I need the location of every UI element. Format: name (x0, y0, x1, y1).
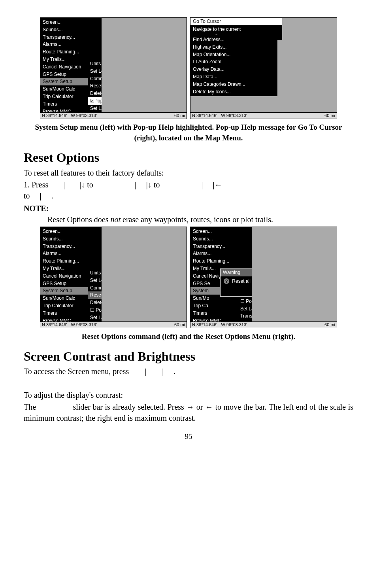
menu-item: Sounds... (40, 26, 102, 34)
step-press: 1. Press (24, 180, 48, 189)
fig2-right-screenshot: Screen... Sounds... Transparency... Alar… (190, 227, 337, 328)
menu-item: Transparency... (40, 243, 102, 250)
map-background (102, 227, 187, 328)
status-lon: W 96°03.313' (221, 322, 247, 328)
status-scale: 60 mi (174, 113, 185, 119)
note-block: NOTE: Reset Options does not erase any w… (24, 203, 353, 225)
step-to: to (87, 180, 93, 189)
menu-item: Transparency... (40, 34, 102, 41)
menu-item: ☐ Auto Zoom (190, 58, 277, 66)
menu-item: Alarms... (40, 41, 102, 48)
step-to: to (154, 180, 160, 189)
fig1-left-screenshot: Screen... Sounds... Transparency... Alar… (40, 17, 187, 119)
status-lon: W 96°03.313' (71, 322, 97, 328)
menu-item: Alarms... (190, 250, 252, 257)
status-lat: N 36°14.646' (192, 113, 217, 119)
figure-1-caption: System Setup menu (left) with Pop-up Hel… (24, 122, 353, 143)
status-bar: N 36°14.646' W 96°03.313' 60 mi (40, 321, 187, 328)
menu-item: Route Planning... (40, 257, 102, 265)
screen-para: The slider bar is already selected. Pres… (24, 401, 353, 424)
tooltip-title: Go To Cursor (190, 18, 282, 25)
menu-item: Screen... (40, 19, 102, 26)
screen-line1: To access the Screen menu, press | | . (24, 366, 353, 377)
status-lon: W 96°03.313' (221, 113, 247, 119)
menu-item: Sounds... (40, 235, 102, 243)
status-scale: 60 mi (324, 322, 335, 328)
note-body: Reset Options does not erase any waypoin… (47, 214, 353, 225)
reset-step: 1. Press | |↓ to | |↓ to | |← to | . (24, 179, 353, 201)
status-lat: N 36°14.646' (42, 322, 67, 328)
fig1-right-screenshot: Go To Cursor Navigate to the current cur… (190, 17, 337, 119)
menu-item: Transparency... (190, 243, 252, 250)
menu-item: Screen... (40, 228, 102, 235)
status-scale: 60 mi (324, 113, 335, 119)
menu-item: Highway Exits... (190, 43, 277, 51)
menu-item: Find Address... (190, 36, 277, 43)
status-bar: N 36°14.646' W 96°03.313' 60 mi (190, 321, 337, 328)
tooltip-line: Navigate to the current (193, 26, 280, 33)
step-to: to (24, 191, 30, 200)
menu-item: Sounds... (190, 235, 252, 243)
heading-screen-contrast: Screen Contrast and Brightness (24, 348, 353, 365)
map-background (252, 227, 337, 328)
menu-item: Overlay Data... (190, 66, 277, 73)
figure-1: Screen... Sounds... Transparency... Alar… (24, 17, 353, 119)
status-lat: N 36°14.646' (192, 322, 217, 328)
status-lon: W 96°03.313' (71, 113, 97, 119)
status-lat: N 36°14.646' (42, 113, 67, 119)
page-number: 95 (24, 431, 353, 442)
menu-item: Route Planning... (40, 48, 102, 56)
menu-item: Map Orientation... (190, 51, 277, 59)
menu-item: Map Categories Drawn... (190, 81, 277, 88)
menu-item: Map Data... (190, 73, 277, 81)
menu-item: Screen... (190, 228, 252, 235)
status-bar: N 36°14.646' W 96°03.313' 60 mi (40, 112, 187, 119)
menu-item: Alarms... (40, 250, 102, 257)
status-scale: 60 mi (174, 322, 185, 328)
menu-item: Route Planning... (190, 257, 252, 265)
screen-line2: To adjust the display's contrast: (24, 389, 353, 401)
figure-2: Screen... Sounds... Transparency... Alar… (24, 227, 353, 328)
map-menu: Find Address... Highway Exits... Map Ori… (190, 35, 277, 96)
fig2-left-screenshot: Screen... Sounds... Transparency... Alar… (40, 227, 187, 328)
map-background (102, 18, 187, 119)
note-label: NOTE: (24, 203, 353, 214)
figure-2-caption: Reset Options command (left) and the Res… (24, 331, 353, 342)
question-icon: ? (224, 278, 229, 284)
heading-reset-options: Reset Options (24, 149, 353, 166)
status-bar: N 36°14.646' W 96°03.313' 60 mi (190, 112, 337, 119)
reset-intro: To reset all features to their factory d… (24, 167, 353, 178)
menu-item: Delete My Icons... (190, 88, 277, 96)
